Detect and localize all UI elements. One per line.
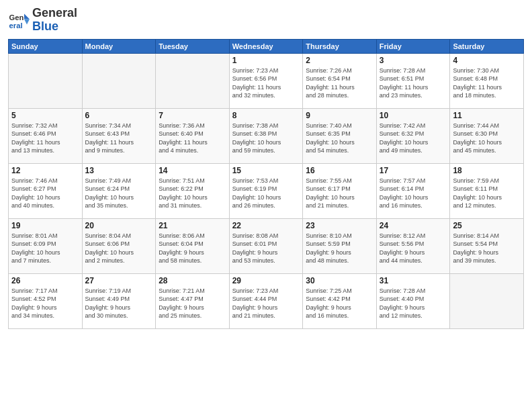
day-cell-9: 9Sunrise: 7:40 AM Sunset: 6:35 PM Daylig… [303,108,377,163]
day-info: Sunrise: 7:51 AM Sunset: 6:22 PM Dayligh… [159,177,226,210]
day-number: 17 [380,166,447,175]
day-info: Sunrise: 7:36 AM Sunset: 6:40 PM Dayligh… [159,122,226,155]
svg-marker-2 [24,13,30,19]
day-number: 20 [85,221,153,230]
day-number: 27 [85,276,153,285]
day-info: Sunrise: 7:53 AM Sunset: 6:19 PM Dayligh… [232,177,300,210]
day-info: Sunrise: 8:08 AM Sunset: 6:01 PM Dayligh… [232,232,300,265]
day-number: 9 [306,111,373,120]
day-info: Sunrise: 7:57 AM Sunset: 6:14 PM Dayligh… [380,177,447,210]
day-cell-24: 24Sunrise: 8:12 AM Sunset: 5:56 PM Dayli… [376,218,450,273]
empty-cell [156,53,230,108]
day-cell-8: 8Sunrise: 7:38 AM Sunset: 6:38 PM Daylig… [229,108,303,163]
svg-text:Gen: Gen [9,13,24,21]
day-cell-5: 5Sunrise: 7:32 AM Sunset: 6:46 PM Daylig… [9,108,83,163]
day-cell-16: 16Sunrise: 7:55 AM Sunset: 6:17 PM Dayli… [303,163,377,218]
day-info: Sunrise: 7:28 AM Sunset: 4:40 PM Dayligh… [380,287,447,320]
day-cell-28: 28Sunrise: 7:21 AM Sunset: 4:47 PM Dayli… [156,273,230,328]
day-number: 21 [159,221,226,230]
day-number: 15 [232,166,300,175]
week-row-1: 1Sunrise: 7:23 AM Sunset: 6:56 PM Daylig… [9,53,524,108]
day-cell-21: 21Sunrise: 8:06 AM Sunset: 6:04 PM Dayli… [156,218,230,273]
header-sunday: Sunday [9,39,83,53]
day-number: 10 [380,111,447,120]
day-number: 26 [11,276,79,285]
day-number: 29 [232,276,300,285]
day-info: Sunrise: 7:17 AM Sunset: 4:52 PM Dayligh… [11,287,79,320]
header-saturday: Saturday [450,39,524,53]
day-info: Sunrise: 7:21 AM Sunset: 4:47 PM Dayligh… [159,287,226,320]
day-cell-11: 11Sunrise: 7:44 AM Sunset: 6:30 PM Dayli… [450,108,524,163]
day-number: 1 [232,56,300,65]
day-cell-23: 23Sunrise: 8:10 AM Sunset: 5:59 PM Dayli… [303,218,377,273]
day-cell-30: 30Sunrise: 7:25 AM Sunset: 4:42 PM Dayli… [303,273,377,328]
day-cell-26: 26Sunrise: 7:17 AM Sunset: 4:52 PM Dayli… [9,273,83,328]
day-number: 22 [232,221,300,230]
day-number: 25 [453,221,521,230]
day-number: 23 [306,221,373,230]
day-number: 7 [159,111,226,120]
header-monday: Monday [82,39,156,53]
day-cell-2: 2Sunrise: 7:26 AM Sunset: 6:54 PM Daylig… [303,53,377,108]
logo: Gen eral General Blue [8,7,77,34]
day-number: 4 [453,56,521,65]
day-cell-15: 15Sunrise: 7:53 AM Sunset: 6:19 PM Dayli… [229,163,303,218]
day-cell-6: 6Sunrise: 7:34 AM Sunset: 6:43 PM Daylig… [82,108,156,163]
day-info: Sunrise: 7:42 AM Sunset: 6:32 PM Dayligh… [380,122,447,155]
day-cell-14: 14Sunrise: 7:51 AM Sunset: 6:22 PM Dayli… [156,163,230,218]
day-number: 13 [85,166,153,175]
day-info: Sunrise: 7:49 AM Sunset: 6:24 PM Dayligh… [85,177,153,210]
day-cell-29: 29Sunrise: 7:23 AM Sunset: 4:44 PM Dayli… [229,273,303,328]
svg-text:eral: eral [9,21,23,30]
day-info: Sunrise: 7:44 AM Sunset: 6:30 PM Dayligh… [453,122,521,155]
day-info: Sunrise: 8:14 AM Sunset: 5:54 PM Dayligh… [453,232,521,265]
day-cell-25: 25Sunrise: 8:14 AM Sunset: 5:54 PM Dayli… [450,218,524,273]
empty-cell [9,53,83,108]
day-number: 5 [11,111,79,120]
header-thursday: Thursday [303,39,377,53]
day-cell-7: 7Sunrise: 7:36 AM Sunset: 6:40 PM Daylig… [156,108,230,163]
day-info: Sunrise: 7:28 AM Sunset: 6:51 PM Dayligh… [380,66,447,100]
day-cell-10: 10Sunrise: 7:42 AM Sunset: 6:32 PM Dayli… [376,108,450,163]
empty-cell [82,53,156,108]
day-info: Sunrise: 7:46 AM Sunset: 6:27 PM Dayligh… [11,177,79,210]
day-info: Sunrise: 7:30 AM Sunset: 6:48 PM Dayligh… [453,66,521,100]
day-info: Sunrise: 8:10 AM Sunset: 5:59 PM Dayligh… [306,232,373,265]
svg-marker-3 [24,19,30,24]
day-info: Sunrise: 8:04 AM Sunset: 6:06 PM Dayligh… [85,232,153,265]
header-wednesday: Wednesday [229,39,303,53]
day-info: Sunrise: 7:38 AM Sunset: 6:38 PM Dayligh… [232,122,300,155]
day-cell-19: 19Sunrise: 8:01 AM Sunset: 6:09 PM Dayli… [9,218,83,273]
day-cell-4: 4Sunrise: 7:30 AM Sunset: 6:48 PM Daylig… [450,53,524,108]
day-number: 30 [306,276,373,285]
day-number: 8 [232,111,300,120]
day-cell-27: 27Sunrise: 7:19 AM Sunset: 4:49 PM Dayli… [82,273,156,328]
week-row-3: 12Sunrise: 7:46 AM Sunset: 6:27 PM Dayli… [9,163,524,218]
day-cell-20: 20Sunrise: 8:04 AM Sunset: 6:06 PM Dayli… [82,218,156,273]
day-info: Sunrise: 7:23 AM Sunset: 6:56 PM Dayligh… [232,66,300,100]
day-cell-31: 31Sunrise: 7:28 AM Sunset: 4:40 PM Dayli… [376,273,450,328]
day-number: 11 [453,111,521,120]
day-cell-22: 22Sunrise: 8:08 AM Sunset: 6:01 PM Dayli… [229,218,303,273]
header-row: SundayMondayTuesdayWednesdayThursdayFrid… [9,39,524,53]
day-cell-17: 17Sunrise: 7:57 AM Sunset: 6:14 PM Dayli… [376,163,450,218]
day-info: Sunrise: 8:06 AM Sunset: 6:04 PM Dayligh… [159,232,226,265]
week-row-4: 19Sunrise: 8:01 AM Sunset: 6:09 PM Dayli… [9,218,524,273]
day-cell-13: 13Sunrise: 7:49 AM Sunset: 6:24 PM Dayli… [82,163,156,218]
day-info: Sunrise: 7:23 AM Sunset: 4:44 PM Dayligh… [232,287,300,320]
day-info: Sunrise: 7:32 AM Sunset: 6:46 PM Dayligh… [11,122,79,155]
day-number: 2 [306,56,373,65]
day-info: Sunrise: 7:34 AM Sunset: 6:43 PM Dayligh… [85,122,153,155]
logo-icon: Gen eral [8,9,30,31]
header-friday: Friday [376,39,450,53]
day-cell-1: 1Sunrise: 7:23 AM Sunset: 6:56 PM Daylig… [229,53,303,108]
logo-text: General Blue [32,7,77,34]
day-info: Sunrise: 7:59 AM Sunset: 6:11 PM Dayligh… [453,177,521,210]
calendar-table: SundayMondayTuesdayWednesdayThursdayFrid… [8,39,524,329]
day-info: Sunrise: 7:25 AM Sunset: 4:42 PM Dayligh… [306,287,373,320]
day-info: Sunrise: 7:26 AM Sunset: 6:54 PM Dayligh… [306,66,373,100]
day-number: 19 [11,221,79,230]
page-header: Gen eral General Blue [8,7,524,34]
day-number: 14 [159,166,226,175]
day-number: 28 [159,276,226,285]
